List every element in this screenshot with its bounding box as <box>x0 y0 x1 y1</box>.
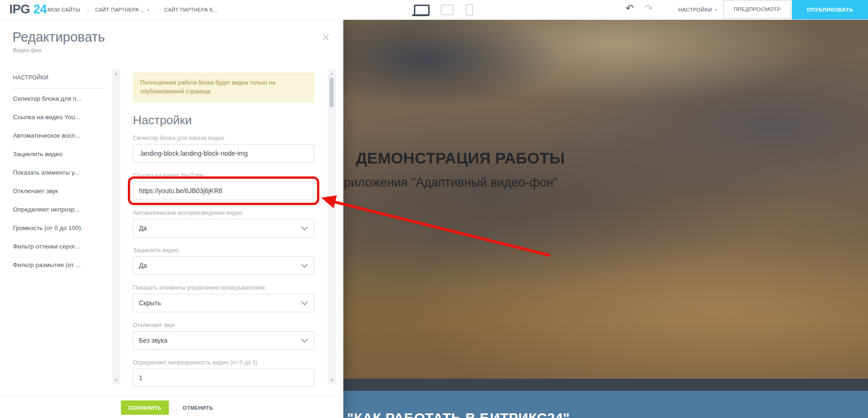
save-button[interactable]: СОХРАНИТЬ <box>121 400 169 415</box>
breadcrumb-item[interactable]: МОИ САЙТЫ <box>48 7 80 12</box>
edit-modal: Редактировать Видео фон × НАСТРОЙКИ Селе… <box>0 19 343 418</box>
select-input[interactable]: Да <box>133 219 314 237</box>
field-label: Показать элементы управления проигрывате… <box>133 285 314 291</box>
scroll-down-icon[interactable]: ▼ <box>112 378 120 382</box>
settings-nav-item[interactable]: Определяют непрозр... <box>13 200 108 219</box>
scroll-up-icon[interactable]: ▲ <box>112 72 120 76</box>
form-field: Определяют непрозрачность видео (от 0 до… <box>133 359 314 387</box>
settings-nav-item[interactable]: Показать элементы у... <box>13 164 108 182</box>
settings-nav: Селектор блока для п...Ссылка на видео Y… <box>13 90 108 274</box>
breadcrumb-separator: – <box>156 7 158 12</box>
settings-nav-item[interactable]: Автоматическое восп... <box>13 127 108 145</box>
laptop-screen <box>414 5 430 16</box>
scroll-up-icon[interactable]: ▲ <box>328 72 336 76</box>
settings-nav-item[interactable]: Фильтр размытия (от ... <box>13 256 108 274</box>
mobile-view-icon[interactable] <box>466 4 473 16</box>
breadcrumb-item[interactable]: САЙТ ПАРТНЕРА Б... <box>164 7 218 12</box>
preview-banner-text: "КАК РАБОТАТЬ В БИТРИКС24" <box>347 410 570 418</box>
field-label: Отключает звук <box>133 322 314 328</box>
text-input[interactable]: https://youtu.be/6JB03j6jKR8 <box>133 182 314 200</box>
settings-nav-item[interactable]: Селектор блока для п... <box>13 90 108 108</box>
scroll-down-icon[interactable]: ▼ <box>328 378 336 382</box>
select-input[interactable]: Скрыть <box>133 294 314 312</box>
modal-subtitle: Видео фон <box>13 47 42 54</box>
field-label: Селектор блока для показа видео <box>133 135 314 141</box>
tablet-button <box>451 9 452 10</box>
settings-nav-item[interactable]: Отключает звук <box>13 182 108 200</box>
nav-divider <box>12 88 104 89</box>
select-input[interactable]: Да <box>133 256 314 275</box>
app-logo: IPG 24 <box>9 2 47 17</box>
input-value: Скрыть <box>139 299 161 307</box>
close-icon[interactable]: × <box>322 31 329 44</box>
preview-blue-section: "КАК РАБОТАТЬ В БИТРИКС24" <box>343 391 868 418</box>
text-input[interactable]: .landing-block.landing-block-node-img <box>133 144 314 163</box>
chevron-down-icon <box>301 261 308 268</box>
input-value: Да <box>139 224 147 232</box>
settings-menu[interactable]: НАСТРОЙКИ▾ <box>678 0 717 19</box>
settings-nav-header: НАСТРОЙКИ <box>13 74 48 81</box>
field-label: Ссылка на видео YouTube <box>133 172 314 179</box>
form-field: Ссылка на видео YouTubehttps://youtu.be/… <box>133 172 314 200</box>
text-input[interactable]: 1 <box>133 369 314 387</box>
logo-accent: 24 <box>33 2 47 16</box>
form-field: Автоматическое воспроизведение видеоДа <box>133 210 314 237</box>
fields-container: Селектор блока для показа видео.landing-… <box>133 135 314 387</box>
breadcrumb-item[interactable]: САЙТ ПАРТНЕРА ...▾ <box>95 7 149 12</box>
input-value: .landing-block.landing-block-node-img <box>139 150 248 157</box>
input-value: Без звука <box>139 337 168 344</box>
preview-subheading: риложения "Адаптивный видео-фон" <box>344 176 558 190</box>
form-field: Селектор блока для показа видео.landing-… <box>133 135 314 163</box>
scrollbar-thumb[interactable] <box>329 78 334 107</box>
preview-dark-bar <box>343 379 868 391</box>
field-label: Зациклить видео <box>133 247 314 254</box>
laptop-base <box>412 14 429 16</box>
field-label: Автоматическое воспроизведение видео <box>133 210 314 216</box>
preview-heading: ДЕМОНСТРАЦИЯ РАБОТЫ <box>356 149 565 167</box>
settings-nav-item[interactable]: Ссылка на видео You... <box>13 108 108 127</box>
cancel-button[interactable]: ОТМЕНИТЬ <box>183 400 213 415</box>
undo-icon[interactable]: ↶ <box>626 3 634 14</box>
settings-menu-label: НАСТРОЙКИ <box>678 7 712 12</box>
section-title: Настройки <box>133 113 314 127</box>
publish-notice: Полноценная работа блока будет видна тол… <box>133 73 314 103</box>
breadcrumb: МОИ САЙТЫ–САЙТ ПАРТНЕРА ...▾–САЙТ ПАРТНЕ… <box>48 0 218 19</box>
settings-nav-item[interactable]: Зациклить видео <box>13 145 108 164</box>
select-input[interactable]: Без звука <box>133 331 314 350</box>
field-label: Определяют непрозрачность видео (от 0 до… <box>133 359 314 366</box>
input-value: Да <box>139 262 147 269</box>
redo-icon[interactable]: ↷ <box>645 3 653 14</box>
desktop-view-icon[interactable] <box>412 4 429 16</box>
input-value: 1 <box>139 374 143 382</box>
app-root: ДЕМОНСТРАЦИЯ РАБОТЫ риложения "Адаптивны… <box>0 0 868 418</box>
chevron-down-icon <box>301 336 308 343</box>
chevron-down-icon: ▾ <box>147 8 149 12</box>
form-field: Отключает звукБез звука <box>133 322 314 350</box>
breadcrumb-separator: – <box>86 7 89 12</box>
site-preview: ДЕМОНСТРАЦИЯ РАБОТЫ риложения "Адаптивны… <box>343 19 868 418</box>
publish-button[interactable]: ОПУБЛИКОВАТЬ <box>792 0 868 19</box>
form-field: Зациклить видеоДа <box>133 247 314 275</box>
modal-footer: СОХРАНИТЬ ОТМЕНИТЬ <box>0 396 343 418</box>
settings-form: Полноценная работа блока будет видна тол… <box>133 73 314 397</box>
device-switcher <box>412 0 473 19</box>
input-value: https://youtu.be/6JB03j6jKR8 <box>139 187 222 194</box>
settings-nav-item[interactable]: Фильтр оттенки серог... <box>13 237 108 256</box>
chevron-down-icon: ▾ <box>715 8 717 12</box>
preview-button[interactable]: ПРЕДПРОСМОТР <box>724 0 791 18</box>
logo-text: IPG <box>9 2 30 16</box>
top-bar: IPG 24 МОИ САЙТЫ–САЙТ ПАРТНЕРА ...▾–САЙТ… <box>0 0 868 20</box>
chevron-down-icon <box>301 224 308 230</box>
form-scrollbar[interactable]: ▲ ▼ <box>328 69 336 384</box>
chevron-down-icon <box>301 299 308 305</box>
modal-title: Редактировать <box>12 30 105 45</box>
tablet-view-icon[interactable] <box>441 5 454 15</box>
settings-nav-item[interactable]: Громкость (от 0 до 100) <box>13 219 108 237</box>
nav-scrollbar[interactable]: ▲ ▼ <box>112 69 120 384</box>
form-field: Показать элементы управления проигрывате… <box>133 285 314 312</box>
